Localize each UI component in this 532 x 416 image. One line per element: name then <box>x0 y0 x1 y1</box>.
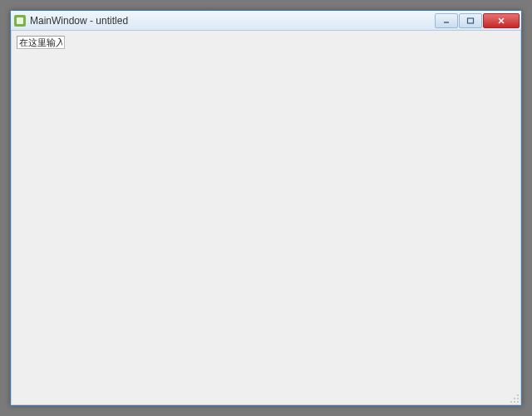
svg-point-6 <box>514 398 515 399</box>
window-controls <box>434 13 520 28</box>
window-title: MainWindow - untitled <box>30 15 434 27</box>
svg-rect-0 <box>17 17 23 24</box>
main-window: MainWindow - untitled <box>10 10 522 406</box>
svg-point-8 <box>510 401 512 403</box>
close-button[interactable] <box>483 13 520 28</box>
svg-point-7 <box>517 398 519 399</box>
titlebar[interactable]: MainWindow - untitled <box>11 11 521 31</box>
line-edit-input[interactable] <box>17 36 65 49</box>
resize-grip-icon[interactable] <box>510 394 520 404</box>
svg-point-10 <box>517 401 519 403</box>
svg-rect-2 <box>468 18 474 23</box>
app-icon <box>14 15 26 27</box>
svg-point-9 <box>514 401 515 403</box>
form-canvas[interactable] <box>11 31 521 405</box>
svg-point-5 <box>517 394 519 396</box>
maximize-button[interactable] <box>459 13 482 28</box>
minimize-button[interactable] <box>435 13 458 28</box>
